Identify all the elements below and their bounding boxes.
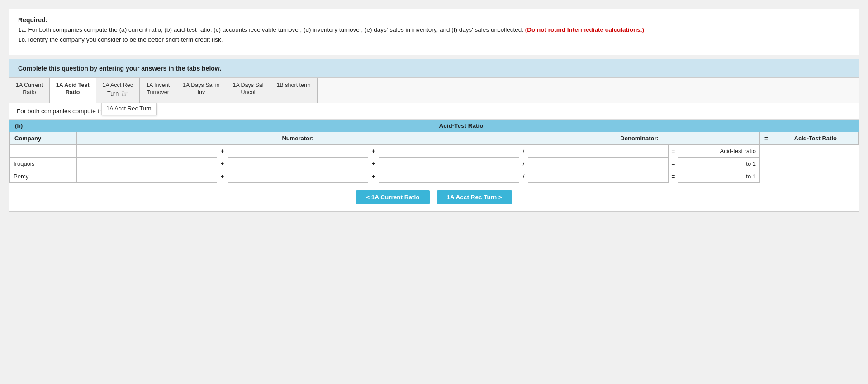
equals-percy: = bbox=[669, 170, 678, 183]
result-cell-percy: to 1 bbox=[678, 170, 760, 183]
plus-op-percy-2: + bbox=[368, 170, 379, 183]
cursor-hand-icon: ☞ bbox=[121, 89, 128, 99]
section-header: (b) Acid-Test Ratio bbox=[9, 120, 859, 132]
tab-1a-invent[interactable]: 1A InventTurnover bbox=[140, 78, 176, 103]
tab-1a-days-sal-inv[interactable]: 1A Days Sal inInv bbox=[176, 78, 226, 103]
num1-input-cell-percy[interactable] bbox=[76, 170, 217, 183]
company-cell-iroquois: Iroquois bbox=[10, 158, 77, 170]
denom2-input-cell-iroquois[interactable] bbox=[528, 158, 669, 170]
tab-instruction: For both companies compute the acid-te bbox=[9, 103, 859, 120]
tab-1a-days-sal-uncol[interactable]: 1A Days SalUncol bbox=[226, 78, 270, 103]
col-equals: = bbox=[760, 132, 773, 145]
result-cell-iroquois: to 1 bbox=[678, 158, 760, 170]
denom1-input-cell-iroquois[interactable] bbox=[379, 158, 519, 170]
bold-note: (Do not round Intermediate calculations.… bbox=[525, 26, 644, 33]
col-numerator: Numerator: bbox=[76, 132, 519, 145]
denom2-input-iroquois[interactable] bbox=[531, 159, 665, 168]
nav-buttons: < 1A Current Ratio 1A Acct Rec Turn > bbox=[9, 183, 859, 211]
plus-op-2: + bbox=[368, 145, 379, 158]
plus-op-iroquois-1: + bbox=[217, 158, 228, 170]
required-section: Required: 1a. For both companies compute… bbox=[9, 9, 859, 55]
num2-input-1[interactable] bbox=[231, 147, 365, 155]
col-company: Company bbox=[10, 132, 77, 145]
result-cell-1: Acid-test ratio bbox=[678, 145, 760, 158]
denom2-input-cell-1[interactable] bbox=[528, 145, 669, 158]
required-line1b: 1b. Identify the company you consider to… bbox=[18, 35, 850, 44]
denom2-input-1[interactable] bbox=[531, 147, 665, 155]
table-wrapper: Company Numerator: Denominator: = Acid-T… bbox=[9, 132, 859, 183]
denom1-input-percy[interactable] bbox=[382, 172, 516, 181]
col-result: Acid-Test Ratio bbox=[773, 132, 858, 145]
num2-input-cell-1[interactable] bbox=[228, 145, 368, 158]
num2-input-iroquois[interactable] bbox=[231, 159, 365, 168]
equals-1: = bbox=[669, 145, 678, 158]
next-button[interactable]: 1A Acct Rec Turn > bbox=[437, 190, 512, 204]
tabs-row: 1A CurrentRatio 1A Acid TestRatio 1A Acc… bbox=[9, 78, 859, 104]
required-title: Required: bbox=[18, 16, 850, 24]
table-row: + + / = Acid-test ratio bbox=[10, 145, 859, 158]
denom2-input-percy[interactable] bbox=[531, 172, 665, 181]
section-label-title: Acid-Test Ratio bbox=[69, 122, 853, 129]
tab-1a-current[interactable]: 1A CurrentRatio bbox=[9, 78, 50, 103]
table-row: Iroquois + + / = to 1 bbox=[10, 158, 859, 170]
denom1-input-1[interactable] bbox=[382, 147, 516, 155]
section-label-b: (b) bbox=[15, 122, 69, 129]
slash-iroquois: / bbox=[519, 158, 528, 170]
tabs-container: 1A CurrentRatio 1A Acid TestRatio 1A Acc… bbox=[9, 77, 859, 212]
denom1-input-cell-1[interactable] bbox=[379, 145, 519, 158]
num1-input-1[interactable] bbox=[80, 147, 214, 155]
complete-banner: Complete this question by entering your … bbox=[9, 59, 859, 77]
company-cell-1 bbox=[10, 145, 77, 158]
denom2-input-cell-percy[interactable] bbox=[528, 170, 669, 183]
tab-1b-short[interactable]: 1B short term bbox=[270, 78, 318, 103]
num1-input-iroquois[interactable] bbox=[80, 159, 214, 168]
tab-1a-acid[interactable]: 1A Acid TestRatio bbox=[50, 78, 96, 103]
tab-1a-acct[interactable]: 1A Acct RecTurn ☞ 1A Acct Rec Turn bbox=[96, 78, 140, 103]
plus-op-percy-1: + bbox=[217, 170, 228, 183]
num1-input-cell-iroquois[interactable] bbox=[76, 158, 217, 170]
plus-op-iroquois-2: + bbox=[368, 158, 379, 170]
table-row: Percy + + / = to 1 bbox=[10, 170, 859, 183]
company-cell-percy: Percy bbox=[10, 170, 77, 183]
num2-input-percy[interactable] bbox=[231, 172, 365, 181]
slash-1: / bbox=[519, 145, 528, 158]
equals-iroquois: = bbox=[669, 158, 678, 170]
acid-test-table: Company Numerator: Denominator: = Acid-T… bbox=[9, 132, 859, 183]
num1-input-percy[interactable] bbox=[80, 172, 214, 181]
plus-op-1: + bbox=[217, 145, 228, 158]
col-denominator: Denominator: bbox=[519, 132, 760, 145]
num2-input-cell-iroquois[interactable] bbox=[228, 158, 368, 170]
num2-input-cell-percy[interactable] bbox=[228, 170, 368, 183]
required-line1a: 1a. For both companies compute the (a) c… bbox=[18, 25, 850, 34]
slash-percy: / bbox=[519, 170, 528, 183]
num1-input-cell-1[interactable] bbox=[76, 145, 217, 158]
prev-button[interactable]: < 1A Current Ratio bbox=[356, 190, 429, 204]
denom1-input-iroquois[interactable] bbox=[382, 159, 516, 168]
denom1-input-cell-percy[interactable] bbox=[379, 170, 519, 183]
